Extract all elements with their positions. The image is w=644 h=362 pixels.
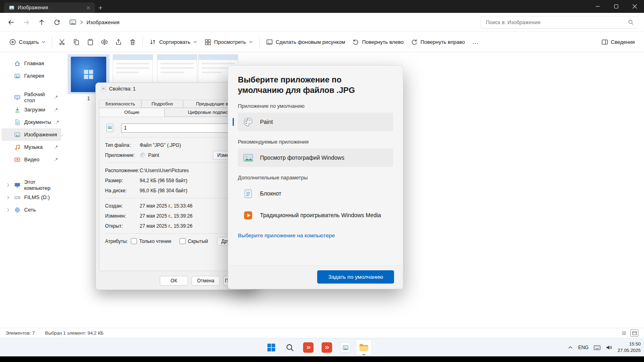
sidebar-item-downloads[interactable]: Загрузки [2, 103, 61, 116]
app-option-photo-viewer[interactable]: Просмотр фотографий Windows [238, 148, 393, 167]
delete-button[interactable] [126, 35, 140, 49]
back-icon[interactable] [3, 15, 19, 29]
details-view-icon[interactable] [620, 329, 628, 337]
new-tab-button[interactable] [95, 2, 105, 13]
language-indicator[interactable]: ENG [578, 345, 588, 350]
maximize-button[interactable] [607, 0, 625, 13]
taskbar-explorer-icon[interactable] [356, 339, 372, 356]
large-icons-view-icon[interactable] [630, 329, 638, 337]
downloads-icon [14, 107, 21, 113]
selection-info: Выбран 1 элемент: 94,2 КБ [45, 331, 103, 335]
app-option-paint[interactable]: Paint [238, 113, 393, 131]
gallery-icon [14, 73, 21, 79]
tab-close-icon[interactable] [85, 4, 92, 11]
set-default-button[interactable]: Задать по умолчанию [317, 270, 394, 284]
view-icon [204, 39, 211, 45]
rotate-left-button[interactable]: Повернуть влево [349, 35, 407, 49]
cancel-button[interactable]: Отмена [192, 276, 220, 286]
taskbar: ENG 15:50 27.05.2025 [0, 338, 644, 357]
details-pane-icon [601, 39, 608, 45]
view-label: Просмотреть [214, 39, 246, 45]
more-options-label: … [472, 38, 479, 45]
hidden-checkbox[interactable] [180, 238, 186, 244]
status-bar: Элементов: 7 Выбран 1 элемент: 94,2 КБ [0, 328, 644, 338]
app-option-notepad[interactable]: Блокнот [238, 184, 393, 203]
copy-button[interactable] [69, 35, 83, 49]
disk-size-value: 96,0 КБ (98 304 байт) [140, 188, 187, 193]
tray-chevron-up-icon[interactable] [568, 346, 573, 349]
up-icon[interactable] [34, 15, 49, 29]
forward-icon[interactable] [19, 15, 34, 29]
rotate-left-icon [352, 39, 359, 45]
cut-button[interactable] [55, 35, 69, 49]
rotate-right-button[interactable]: Повернуть вправо [407, 35, 469, 49]
tab-details[interactable]: Подробно [141, 100, 183, 108]
taskbar-app1-icon[interactable] [300, 339, 316, 356]
pin-icon [55, 119, 60, 125]
expand-chevron-icon[interactable] [6, 208, 10, 212]
share-button[interactable] [111, 35, 126, 49]
set-wallpaper-label: Сделать фоновым рисунком [276, 39, 345, 45]
readonly-checkbox[interactable] [131, 238, 137, 244]
this-pc-icon [14, 182, 21, 188]
taskbar-tray: ENG 15:50 27.05.2025 [568, 338, 641, 357]
ok-button[interactable]: ОК [160, 276, 188, 286]
minimize-button[interactable] [588, 0, 607, 13]
taskbar-clock[interactable]: 15:50 27.05.2025 [617, 341, 641, 354]
sidebar-item-films-drive[interactable]: FILMS (D:) [2, 191, 61, 204]
search-icon[interactable] [628, 19, 634, 25]
app-option-label: Paint [260, 119, 273, 125]
wmp-icon [243, 210, 254, 221]
view-button[interactable]: Просмотреть [201, 35, 256, 49]
expand-chevron-icon[interactable] [6, 183, 10, 187]
size-value: 94,2 КБ (96 558 байт) [140, 178, 187, 183]
expand-chevron-icon[interactable] [6, 195, 10, 200]
sidebar-item-pictures[interactable]: Изображения [2, 128, 61, 141]
sidebar-item-documents[interactable]: Документы [2, 116, 61, 128]
more-options-button[interactable]: … [469, 35, 483, 49]
sidebar: Главная Галерея Рабочий стол З [0, 52, 63, 328]
sidebar-item-desktop[interactable]: Рабочий стол [2, 91, 61, 103]
size-label: Размер: [105, 178, 140, 183]
sidebar-item-videos[interactable]: Видео [2, 153, 61, 166]
sidebar-item-music[interactable]: Музыка [2, 141, 61, 153]
taskbar-center [263, 339, 372, 356]
items-count: Элементов: 7 [6, 331, 35, 335]
taskbar-photos-icon[interactable] [337, 339, 353, 356]
sidebar-item-gallery[interactable]: Галерея [2, 70, 61, 82]
properties-title: Свойства: 1 [109, 86, 136, 92]
photo-viewer-icon [243, 152, 254, 163]
tab-general[interactable]: Общие [99, 108, 165, 117]
rename-button[interactable] [97, 35, 111, 49]
tab-security[interactable]: Безопасность [99, 100, 141, 108]
default-app-footer: Задать по умолчанию [228, 265, 403, 289]
sidebar-item-home[interactable]: Главная [2, 57, 61, 70]
sort-button[interactable]: Сортировать [146, 35, 201, 49]
details-pane-button[interactable]: Сведения [598, 35, 638, 49]
volume-icon[interactable] [606, 345, 612, 350]
paste-button[interactable] [83, 35, 97, 49]
home-icon [14, 60, 21, 67]
sidebar-item-network[interactable]: Сеть [2, 204, 61, 216]
search-box[interactable] [481, 16, 638, 29]
toolbar-separator [142, 37, 143, 47]
explorer-tab[interactable]: Изображения [4, 2, 95, 13]
pin-icon [54, 107, 59, 112]
breadcrumb-location[interactable]: Изображения [87, 19, 120, 25]
touch-keyboard-icon[interactable] [594, 345, 601, 350]
taskbar-app2-icon[interactable] [319, 339, 335, 356]
breadcrumb[interactable]: Изображения [69, 19, 120, 26]
hidden-label: Скрытый [188, 239, 208, 244]
properties-file-icon [101, 86, 106, 92]
start-button[interactable] [263, 339, 279, 356]
app-option-wmp-legacy[interactable]: Традиционный проигрыватель Windows Media [238, 206, 393, 224]
close-button[interactable] [625, 0, 644, 13]
set-wallpaper-button[interactable]: Сделать фоновым рисунком [262, 35, 349, 49]
create-button[interactable]: Создать [6, 35, 49, 49]
wallpaper-icon [266, 39, 273, 45]
search-input[interactable] [485, 19, 628, 26]
sidebar-item-this-pc[interactable]: Этот компьютер [2, 179, 61, 191]
refresh-icon[interactable] [49, 15, 64, 29]
taskbar-search-icon[interactable] [282, 339, 298, 356]
browse-app-link[interactable]: Выберите приложение на компьютере [238, 232, 335, 239]
